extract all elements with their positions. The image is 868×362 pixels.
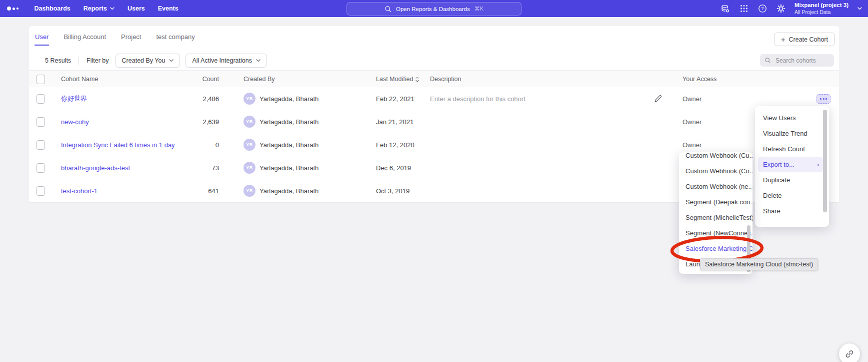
creator-name: Yarlagadda, Bharath xyxy=(260,187,318,195)
cohort-count: 641 xyxy=(169,179,219,202)
cohort-name-link[interactable]: Integration Sync Failed 6 times in 1 day xyxy=(61,133,175,156)
plus-icon: + xyxy=(781,36,786,43)
link-icon xyxy=(845,349,854,358)
share-link-button[interactable] xyxy=(839,343,860,362)
row-checkbox[interactable] xyxy=(36,186,45,196)
menu-item-visualize-trend[interactable]: Visualize Trend xyxy=(755,126,829,141)
help-icon[interactable]: ? xyxy=(758,4,767,14)
last-modified-date: Dec 6, 2019 xyxy=(376,156,411,179)
chevron-down-icon xyxy=(256,59,260,62)
header-count[interactable]: Count xyxy=(169,71,219,88)
last-modified-date: Jan 21, 2021 xyxy=(376,110,414,133)
table-row: 你好世界 2,486 YB Yarlagadda, Bharath Feb 22… xyxy=(29,87,839,111)
row-actions-button[interactable] xyxy=(816,94,830,104)
header-created-by[interactable]: Created By xyxy=(244,71,275,88)
project-scope: All Project Data xyxy=(794,9,848,16)
integrations-filter-button[interactable]: All Active Integrations xyxy=(186,54,267,68)
submenu-item-segment-3[interactable]: Segment (NewConnec... xyxy=(679,225,752,241)
cohort-name-link[interactable]: new-cohy xyxy=(61,110,89,133)
chevron-down-icon xyxy=(169,59,174,62)
submenu-item-segment-1[interactable]: Segment (Deepak con... xyxy=(679,194,752,210)
chevron-down-icon xyxy=(110,7,114,10)
header-your-access: Your Access xyxy=(682,71,716,88)
menu-item-export-to[interactable]: Export to... › xyxy=(758,157,823,172)
create-cohort-button[interactable]: + Create Cohort xyxy=(774,33,835,46)
submenu-arrow-icon: › xyxy=(817,161,819,168)
description-field[interactable]: Enter a description for this cohort xyxy=(430,95,526,103)
global-search-bar[interactable]: Open Reports & Dashboards ⌘K xyxy=(346,2,522,16)
search-icon xyxy=(764,57,771,64)
submenu-item-custom-webhook-2[interactable]: Custom Webhook (Co... xyxy=(679,163,752,179)
edit-pencil-icon[interactable] xyxy=(654,87,662,110)
search-cohorts-field[interactable] xyxy=(760,54,834,67)
header-last-modified[interactable]: Last Modified xyxy=(376,71,419,88)
project-switcher[interactable]: Mixpanel (project 3) All Project Data xyxy=(794,2,848,16)
submenu-item-custom-webhook-3[interactable]: Custom Webhook (ne... xyxy=(679,179,752,194)
global-search-placeholder: Open Reports & Dashboards xyxy=(396,6,470,12)
results-count: 5 Results xyxy=(45,57,71,64)
cohort-count: 2,639 xyxy=(169,110,219,133)
header-description: Description xyxy=(430,71,462,88)
access-level: Owner xyxy=(682,110,702,133)
export-to-submenu: Custom Webhook (Cu... Custom Webhook (Co… xyxy=(679,152,752,274)
divider xyxy=(78,57,79,65)
tab-test-company[interactable]: test company xyxy=(156,30,195,46)
top-nav: Dashboards Reports Users Events Open Rep… xyxy=(0,0,868,17)
submenu-item-custom-webhook-1[interactable]: Custom Webhook (Cu... xyxy=(679,152,752,163)
menu-item-view-users[interactable]: View Users xyxy=(755,110,829,126)
nav-item-events[interactable]: Events xyxy=(158,5,178,12)
last-modified-date: Feb 12, 2020 xyxy=(376,133,414,156)
created-by-filter-button[interactable]: Created By You xyxy=(116,54,180,68)
tab-user[interactable]: User xyxy=(34,30,49,46)
tab-project[interactable]: Project xyxy=(120,30,142,46)
search-cohorts-input[interactable] xyxy=(774,57,830,65)
cohort-count: 2,486 xyxy=(169,87,219,110)
avatar: YB xyxy=(244,93,256,105)
menu-item-refresh-count[interactable]: Refresh Count xyxy=(755,141,829,157)
avatar: YB xyxy=(244,139,256,151)
access-level: Owner xyxy=(682,87,702,110)
apps-grid-icon[interactable] xyxy=(739,4,748,14)
creator-name: Yarlagadda, Bharath xyxy=(260,164,318,172)
row-checkbox[interactable] xyxy=(36,94,45,104)
creator-name: Yarlagadda, Bharath xyxy=(260,95,318,103)
nav-item-reports[interactable]: Reports xyxy=(84,5,114,12)
row-checkbox[interactable] xyxy=(36,140,45,150)
header-cohort-name[interactable]: Cohort Name xyxy=(61,71,98,88)
submenu-item-segment-2[interactable]: Segment (MichelleTest) xyxy=(679,210,752,225)
search-icon xyxy=(384,6,392,13)
last-modified-date: Oct 3, 2019 xyxy=(376,179,410,202)
row-checkbox[interactable] xyxy=(36,117,45,127)
cohort-name-link[interactable]: test-cohort-1 xyxy=(61,179,98,202)
avatar: YB xyxy=(244,185,256,197)
cohort-count: 73 xyxy=(169,156,219,179)
settings-gear-icon[interactable] xyxy=(776,4,786,14)
menu-item-duplicate[interactable]: Duplicate xyxy=(755,172,829,188)
keyboard-shortcut: ⌘K xyxy=(474,6,484,12)
menu-scrollbar[interactable] xyxy=(823,110,827,212)
select-all-checkbox[interactable] xyxy=(36,75,45,84)
svg-text:?: ? xyxy=(761,6,764,11)
menu-item-share[interactable]: Share xyxy=(755,203,829,219)
row-checkbox[interactable] xyxy=(36,163,45,173)
nav-item-dashboards[interactable]: Dashboards xyxy=(34,5,70,12)
nav-item-users[interactable]: Users xyxy=(128,5,145,12)
table-toolbar: 5 Results Filter by Created By You All A… xyxy=(45,54,272,67)
sort-icon xyxy=(416,77,419,82)
tab-billing-account[interactable]: Billing Account xyxy=(63,30,106,46)
submenu-item-salesforce-marketing-cloud[interactable]: Salesforce Marketing C... xyxy=(679,241,752,256)
avatar: YB xyxy=(244,116,256,128)
creator-name: Yarlagadda, Bharath xyxy=(260,141,318,149)
cohort-count: 0 xyxy=(169,133,219,156)
cohort-name-link[interactable]: 你好世界 xyxy=(61,87,87,110)
row-context-menu: View Users Visualize Trend Refresh Count… xyxy=(755,106,829,227)
project-chevron-down-icon[interactable] xyxy=(858,7,862,10)
mixpanel-logo-icon[interactable] xyxy=(7,7,18,11)
creator-name: Yarlagadda, Bharath xyxy=(260,118,318,126)
menu-item-delete[interactable]: Delete xyxy=(755,188,829,203)
cohort-name-link[interactable]: bharath-google-ads-test xyxy=(61,156,130,179)
last-modified-date: Feb 22, 2021 xyxy=(376,87,414,110)
table-row: new-cohy 2,639 YB Yarlagadda, Bharath Ja… xyxy=(29,110,839,134)
data-management-icon[interactable] xyxy=(720,4,730,14)
project-name: Mixpanel (project 3) xyxy=(794,2,848,9)
